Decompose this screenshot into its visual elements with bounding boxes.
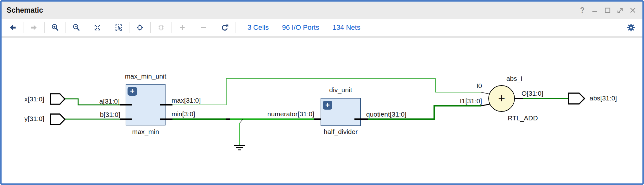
expand-button-div-unit[interactable]: +	[323, 101, 332, 110]
zoom-to-selection-button[interactable]	[111, 21, 126, 34]
toolbar-separator	[235, 22, 235, 33]
toolbar-separator	[66, 22, 66, 33]
pin-label-i0: I0	[457, 82, 482, 90]
nets-count-link[interactable]: 134 Nets	[333, 23, 360, 32]
zoom-fit-button[interactable]	[90, 21, 105, 34]
minimize-icon[interactable]	[591, 6, 599, 15]
pin-label-b: b[31:0]	[87, 111, 120, 118]
cell-instance-label: abs_i	[494, 75, 535, 82]
toolbar-separator	[129, 22, 129, 33]
port-label-abs: abs[31:0]	[590, 94, 617, 102]
regenerate-button[interactable]	[217, 21, 232, 34]
input-port-symbol-x[interactable]	[51, 94, 65, 104]
cell-module-label: RTL_ADD	[501, 114, 545, 122]
toolbar-separator	[172, 22, 172, 33]
toolbar: 3 Cells 96 I/O Ports 134 Nets	[2, 19, 642, 36]
cells-count-link[interactable]: 3 Cells	[247, 23, 269, 32]
forward-button[interactable]	[27, 21, 41, 34]
zoom-out-button[interactable]	[69, 21, 84, 34]
cell-instance-label: max_min_unit	[123, 73, 168, 80]
toolbar-divider	[2, 36, 642, 38]
schematic-canvas[interactable]: + + + x[31:0] y[31:0] max_min_unit a[31:…	[2, 38, 642, 184]
cell-module-label: max_min	[126, 128, 166, 136]
window-controls: ?	[578, 6, 637, 15]
input-port-symbol-y[interactable]	[51, 114, 65, 124]
add-operator: +	[498, 92, 505, 105]
expand-cone-button[interactable]	[154, 21, 168, 34]
toolbar-separator	[108, 22, 108, 33]
remove-button[interactable]	[196, 21, 211, 34]
back-button[interactable]	[5, 21, 20, 34]
add-button[interactable]	[175, 21, 190, 34]
io-ports-count-link[interactable]: 96 I/O Ports	[282, 23, 319, 32]
pin-label-max: max[31:0]	[172, 97, 201, 104]
toolbar-separator	[44, 22, 45, 33]
window-title: Schematic	[7, 6, 43, 15]
cell-instance-label: div_unit	[321, 86, 361, 94]
cell-abs-i[interactable]: +	[489, 86, 515, 112]
pin-label-i1: I1[31:0]	[451, 97, 482, 105]
pin-label-quotient: quotient[31:0]	[366, 111, 406, 118]
zoom-in-button[interactable]	[48, 21, 62, 34]
toolbar-separator	[193, 22, 193, 33]
close-icon[interactable]	[628, 6, 637, 15]
port-label-y: y[31:0]	[10, 115, 44, 123]
cell-module-label: half_divider	[317, 128, 365, 136]
pin-label-min: min[3:0]	[172, 110, 195, 118]
pin-label-a: a[31:0]	[86, 98, 120, 105]
maximize-icon[interactable]	[603, 6, 612, 15]
expand-button-max-min-unit[interactable]: +	[128, 87, 137, 96]
toolbar-separator	[150, 22, 151, 33]
pin-label-o: O[31:0]	[522, 90, 543, 97]
pin-label-numerator: numerator[31:0]	[251, 110, 314, 118]
output-port-symbol-abs[interactable]	[569, 93, 585, 104]
title-bar: Schematic ?	[2, 2, 642, 19]
ground-symbol[interactable]	[234, 119, 245, 150]
toolbar-separator	[214, 22, 214, 33]
gear-icon	[627, 23, 635, 32]
toolbar-separator	[23, 22, 23, 33]
autofit-selection-button[interactable]	[133, 21, 147, 34]
toolbar-separator	[87, 22, 87, 33]
port-label-x: x[31:0]	[10, 95, 44, 103]
settings-button[interactable]	[627, 23, 635, 32]
float-icon[interactable]	[616, 6, 625, 15]
help-icon[interactable]: ?	[578, 6, 587, 15]
schematic-window: Schematic ?	[0, 0, 644, 185]
